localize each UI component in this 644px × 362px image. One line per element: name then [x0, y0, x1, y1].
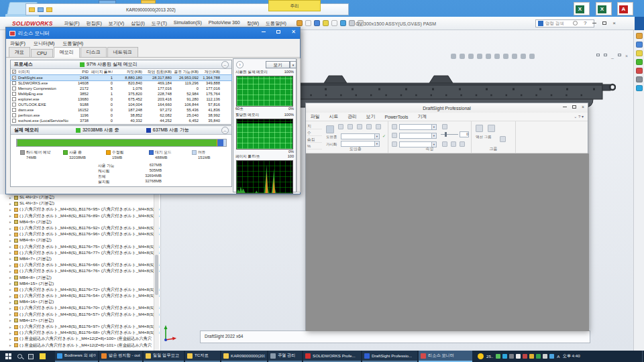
checkbox[interactable]	[12, 86, 16, 90]
panel-scrollbar[interactable]	[297, 58, 301, 192]
solidworks-menu-item[interactable]: 파일(F)	[61, 20, 83, 27]
expand-arrow-icon[interactable]: ▸	[9, 251, 14, 255]
solidworks-menu-item[interactable]: 보기(V)	[105, 20, 127, 27]
expand-arrow-icon[interactable]: ▸	[9, 196, 14, 200]
toolbar-icon[interactable]	[314, 20, 320, 26]
minimize-icon[interactable]	[262, 32, 266, 32]
doc-close-icon[interactable]: ×	[625, 54, 628, 58]
toolbar-icon[interactable]	[349, 20, 355, 26]
checkbox[interactable]	[12, 113, 16, 117]
view-tool-icon[interactable]	[494, 54, 500, 59]
expand-arrow-icon[interactable]: ▸	[9, 220, 14, 224]
tray-icon[interactable]	[502, 354, 507, 359]
taskbar-app-button[interactable]: 주열 관리	[268, 351, 302, 362]
task-pane-icon[interactable]	[636, 85, 643, 91]
active-layer-combo[interactable]: ▾	[341, 133, 380, 139]
ribbon-tab[interactable]: 기계	[413, 113, 432, 120]
expand-arrow-icon[interactable]: ▸	[9, 306, 14, 310]
ribbon-tab[interactable]: 시트	[325, 113, 343, 120]
taskbar-app-button[interactable]: 받은 편지함 - outlo...	[99, 351, 142, 362]
memory-section-header[interactable]: 실제 메모리 32038MB 사용 중 637MB 사용 가능 ︿	[11, 126, 231, 135]
process-row[interactable]: Memory Compression 2172 5 1,076 177,016 …	[11, 86, 231, 91]
process-row[interactable]: MsMpEng.exe 3852 1 375,820 228,748 52,98…	[11, 91, 231, 97]
checkbox[interactable]	[12, 103, 16, 107]
task-pane-icon[interactable]	[636, 68, 643, 74]
feature-tree-item[interactable]: ▸ ( ) 六角穴付きボルト_M4×8(S)_B1176<72> (六角穴付きボ…	[0, 287, 160, 293]
feature-tree-item[interactable]: ▸ ( ) 六角穴付きボルト_M4×8(S)_B1176<77> (六角穴付きボ…	[0, 250, 160, 256]
scrollbar-thumb[interactable]	[155, 255, 158, 295]
layer-tool-icon[interactable]	[357, 124, 362, 129]
view-dropdown-icon[interactable]: ▾	[290, 61, 297, 68]
maximize-icon[interactable]	[276, 30, 280, 34]
weather-temp[interactable]: 25..	[486, 354, 493, 359]
process-row[interactable]: OUTLOOK.EXE 9188 0 104,004 164,660 106,8…	[11, 102, 231, 107]
feature-tree-item[interactable]: ▸ ( ) 六角穴付きボルト_M4×8(S)_B1176<57> (六角穴付きボ…	[0, 312, 160, 318]
close-icon[interactable]: ×	[582, 105, 584, 109]
tray-icon[interactable]	[496, 354, 500, 359]
resmon-tab[interactable]: 메모리	[54, 47, 80, 58]
chevron-down-icon[interactable]: ▾	[431, 133, 436, 138]
view-tool-icon[interactable]	[460, 54, 465, 59]
feature-tree-item[interactable]: ▸ SL 4N<2> (기본값)	[0, 194, 160, 200]
excel-file-icon[interactable]: X	[574, 2, 590, 15]
view-tool-icon[interactable]	[512, 54, 517, 59]
process-section-header[interactable]: 프로세스 97% 사용된 실제 메모리 ︿	[11, 60, 231, 69]
resmon-menu-item[interactable]: 모니터(M)	[30, 40, 59, 47]
column-header[interactable]: 개인(KB)	[199, 69, 221, 74]
ribbon-tab[interactable]: 파일	[306, 113, 325, 120]
toolbar-icon[interactable]	[323, 20, 329, 26]
feature-tree-item[interactable]: ▸ ( ) 六角穴付きボルト_M4×8(S)_B1176<54> (六角穴付きボ…	[0, 293, 160, 299]
expand-arrow-icon[interactable]: ▸	[9, 276, 14, 280]
resmon-tab[interactable]: CPU	[31, 49, 53, 57]
checkbox[interactable]: ✓	[12, 70, 16, 74]
view-tool-icon[interactable]	[477, 54, 482, 59]
sticky-notes-icon[interactable]	[40, 353, 46, 359]
process-row[interactable]: svchost.exe (LocalServiceNoNe... 3738 0 …	[11, 118, 231, 123]
expand-arrow-icon[interactable]: ▸	[9, 269, 14, 274]
group-tool-icon[interactable]	[476, 125, 483, 132]
column-header[interactable]: 공유 가능(KB)	[172, 69, 199, 74]
tray-icon[interactable]	[549, 354, 554, 359]
feature-tree-item[interactable]: ▸ ( ) 座金組込み六角穴付きボルト_M4×12(Z=8)<101> (座金組…	[0, 343, 160, 349]
expand-arrow-icon[interactable]: ▸	[9, 318, 14, 322]
feature-tree-item[interactable]: ▸ ( ) 六角穴付きボルト_M4×8(S)_B1176<75> (六角穴付きボ…	[0, 244, 160, 250]
solidworks-menu-item[interactable]: 도구(T)	[148, 20, 170, 27]
feature-tree-item[interactable]: ▸ ( ) 六角穴付きボルト_M4×8(S)_B1176<66> (六角穴付きボ…	[0, 262, 160, 268]
expand-arrow-icon[interactable]: ▸	[9, 300, 14, 304]
ribbon-tab[interactable]: PowerTools	[380, 115, 413, 119]
taskbar-app-button[interactable]: 일일 업무보고	[144, 351, 184, 362]
clock[interactable]: 오후 4:40	[562, 353, 580, 359]
feature-tree-item[interactable]: ▸ ( ) 六角穴付きボルト_M4×8(S)_B1176<76> (六角穴付きボ…	[0, 268, 160, 274]
explorer-tab[interactable]: 주리	[268, 0, 321, 11]
chevron-down-icon[interactable]: ▾	[374, 134, 379, 139]
draftsight-drawing-area[interactable]	[306, 154, 589, 331]
feature-tree-item[interactable]: ▸ MB4<8> (기본값)	[0, 274, 160, 280]
checkbox[interactable]	[12, 97, 16, 101]
taskbar-app-button[interactable]: Bodinews 의 페이지...	[55, 351, 98, 362]
minimize-icon[interactable]	[592, 23, 596, 23]
feature-tree-item[interactable]: ▸ MB4<6> (기본값)	[0, 237, 160, 243]
task-pane-icon[interactable]	[636, 42, 643, 48]
solidworks-menu-item[interactable]: 창(W)	[244, 20, 262, 27]
tray-icon[interactable]	[529, 354, 534, 359]
expand-arrow-icon[interactable]: ▸	[9, 294, 14, 298]
resmon-menu-item[interactable]: 도움말(H)	[58, 40, 87, 47]
ribbon-help-icons[interactable]: ⌄ ? ▾	[574, 114, 584, 119]
task-pane-icon[interactable]	[636, 33, 643, 39]
toolbar-icon[interactable]	[340, 20, 346, 26]
restore-icon[interactable]	[602, 21, 606, 25]
expand-arrow-icon[interactable]: ▸	[9, 288, 14, 292]
feature-tree-item[interactable]: ▸ MB4<17> (기본값)	[0, 318, 160, 324]
minimize-icon[interactable]	[563, 107, 567, 107]
view-tool-icon[interactable]	[529, 54, 535, 59]
expand-arrow-icon[interactable]: ▸	[9, 208, 14, 212]
feature-tree-item[interactable]: ▸ MB4<5> (기본값)	[0, 219, 160, 225]
chevron-down-icon[interactable]: ▾	[431, 125, 436, 129]
process-row[interactable]: explorer.exe 13680 0 675,452 203,416 91,…	[11, 97, 231, 102]
expand-arrow-icon[interactable]: ▸	[9, 337, 14, 341]
ribbon-cropped-item[interactable]: 숨김	[307, 136, 322, 143]
toolbar-icon[interactable]	[331, 20, 337, 26]
solidworks-menu-item[interactable]: PhotoView 360	[205, 20, 244, 27]
view-tool-icon[interactable]	[468, 54, 474, 59]
solidworks-menu-item[interactable]: 삽입(I)	[127, 20, 148, 27]
